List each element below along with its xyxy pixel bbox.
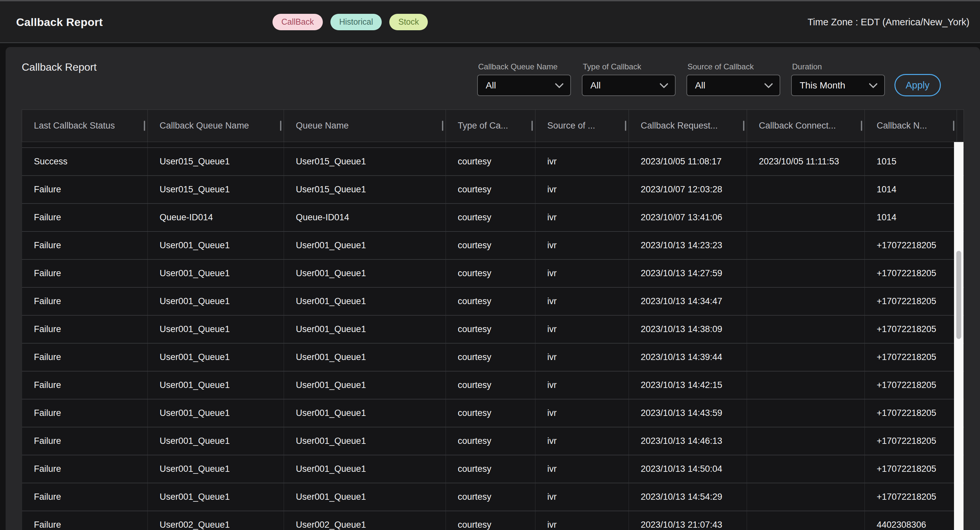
table-row: FailureUser001_Queue1User001_Queue1court…	[22, 427, 964, 455]
table-cell: courtesy	[446, 232, 535, 259]
vertical-scrollbar[interactable]	[954, 142, 964, 530]
table-row: FailureUser001_Queue1User001_Queue1court…	[22, 455, 964, 483]
table-cell: 1014	[865, 204, 957, 231]
table-row: FailureUser001_Queue1User001_Queue1court…	[22, 316, 964, 344]
table-cell: User015_Queue1	[148, 176, 284, 203]
header-cell[interactable]: Callback Queue Name	[148, 110, 284, 142]
table-cell	[148, 142, 284, 147]
table-cell: Failure	[22, 316, 148, 343]
table-cell: 2023/10/13 14:23:23	[629, 232, 747, 259]
table-cell	[865, 142, 957, 147]
table-row: FailureUser001_Queue1User001_Queue1court…	[22, 400, 964, 427]
header-cell[interactable]: Callback Request...	[629, 110, 747, 142]
apply-button[interactable]: Apply	[894, 74, 941, 96]
table-cell: 2023/10/13 14:39:44	[629, 344, 747, 371]
table-cell: Queue-ID014	[284, 204, 446, 231]
table-cell: Failure	[22, 232, 148, 259]
table-cell: courtesy	[446, 511, 535, 530]
header-cell[interactable]: Source of ...	[535, 110, 629, 142]
callback-badge: CallBack	[272, 14, 323, 30]
table-cell: Failure	[22, 344, 148, 371]
table-cell: ivr	[535, 344, 629, 371]
table-cell: +17072218205	[865, 232, 957, 259]
timezone-label: Time Zone : EDT (America/New_York)	[808, 16, 969, 27]
table-cell	[747, 260, 865, 287]
table-cell: Failure	[22, 260, 148, 287]
header-cell[interactable]: Queue Name	[284, 110, 446, 142]
table-cell: Failure	[22, 204, 148, 231]
table-cell: courtesy	[446, 483, 535, 511]
table-cell	[535, 142, 629, 147]
table-cell: User001_Queue1	[148, 344, 284, 371]
table-cell: Failure	[22, 511, 148, 530]
table-cell: courtesy	[446, 400, 535, 427]
table-cell: User001_Queue1	[148, 260, 284, 287]
table-cell: 2023/10/13 14:50:04	[629, 455, 747, 482]
table-cell: 2023/10/13 14:34:47	[629, 288, 747, 315]
chevron-down-icon	[555, 79, 564, 89]
table-cell	[747, 400, 865, 427]
chevron-down-icon	[869, 79, 878, 89]
filter-source-of-callback: Source of Callback All	[686, 62, 780, 71]
filter-label: Type of Callback	[583, 62, 676, 71]
table-cell: 2023/10/13 14:54:29	[629, 483, 747, 511]
table-cell	[284, 142, 446, 147]
source-of-callback-select[interactable]: All	[686, 75, 780, 96]
table-cell: 2023/10/13 21:07:43	[629, 511, 747, 530]
table-cell: 2023/10/13 14:46:13	[629, 427, 747, 455]
scrollbar-thumb[interactable]	[956, 251, 961, 339]
top-bar: Callback Report CallBack Historical Stoc…	[0, 1, 980, 43]
table-cell: ivr	[535, 400, 629, 427]
table-cell: User001_Queue1	[284, 371, 446, 399]
table-cell: User001_Queue1	[148, 232, 284, 259]
table-cell: ivr	[535, 427, 629, 455]
table-cell: User001_Queue1	[148, 288, 284, 315]
app-window: Callback Report CallBack Historical Stoc…	[0, 0, 980, 530]
header-cell[interactable]: Callback Connect...	[747, 110, 865, 142]
table-cell: Queue-ID014	[148, 204, 284, 231]
table-cell: User002_Queue1	[284, 511, 446, 530]
callback-report-table: Last Callback StatusCallback Queue NameQ…	[22, 109, 964, 530]
table-cell: ivr	[535, 288, 629, 315]
table-cell: Success	[22, 148, 148, 175]
table-cell: User001_Queue1	[148, 371, 284, 399]
table-cell: User001_Queue1	[148, 400, 284, 427]
table-cell	[747, 142, 865, 147]
table-cell: ivr	[535, 176, 629, 203]
table-cell: Failure	[22, 400, 148, 427]
table-cell: courtesy	[446, 427, 535, 455]
table-cell: 1015	[865, 148, 957, 175]
callback-queue-name-select[interactable]: All	[477, 75, 571, 96]
table-cell: courtesy	[446, 148, 535, 175]
table-cell	[446, 142, 535, 147]
table-row: FailureUser001_Queue1User001_Queue1court…	[22, 371, 964, 400]
filter-type-of-callback: Type of Callback All	[582, 62, 676, 71]
table-cell	[747, 204, 865, 231]
table-cell	[629, 142, 747, 147]
header-cell[interactable]: Type of Ca...	[446, 110, 535, 142]
table-cell: ivr	[535, 483, 629, 511]
table-cell: Failure	[22, 455, 148, 482]
table-cell: courtesy	[446, 344, 535, 371]
table-cell: User001_Queue1	[284, 427, 446, 455]
table-row-partial	[22, 142, 964, 148]
table-cell	[747, 483, 865, 511]
table-cell: courtesy	[446, 371, 535, 399]
table-cell: 2023/10/13 14:38:09	[629, 316, 747, 343]
table-row: FailureUser001_Queue1User001_Queue1court…	[22, 288, 964, 316]
filter-label: Duration	[792, 62, 885, 71]
table-cell: courtesy	[446, 455, 535, 482]
header-cell[interactable]: Callback N...	[865, 110, 957, 142]
duration-select[interactable]: This Month	[791, 75, 885, 96]
type-of-callback-select[interactable]: All	[582, 75, 676, 96]
table-cell: +17072218205	[865, 400, 957, 427]
table-cell	[747, 455, 865, 482]
table-row: FailureUser001_Queue1User001_Queue1court…	[22, 483, 964, 511]
table-cell: +17072218205	[865, 344, 957, 371]
table-cell: User001_Queue1	[148, 455, 284, 482]
table-cell: 2023/10/13 14:43:59	[629, 400, 747, 427]
table-cell: User015_Queue1	[148, 148, 284, 175]
table-cell	[747, 511, 865, 530]
header-cell[interactable]: Last Callback Status	[22, 110, 148, 142]
table-cell: User001_Queue1	[148, 427, 284, 455]
